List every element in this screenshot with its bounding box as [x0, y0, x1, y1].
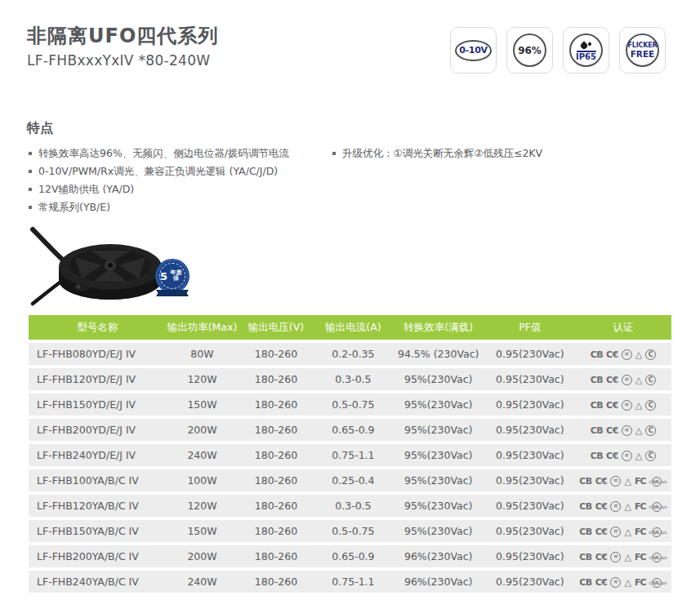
cell-pf: 0.95(230Vac): [485, 444, 575, 466]
ul-mark-part: UL: [652, 477, 662, 487]
rcm-cert-icon: △: [635, 350, 642, 359]
ul-mark-part: UL: [652, 553, 662, 562]
table-row: LF-FHB200YA/B/C IV200W180-2600.65-0.996%…: [29, 545, 671, 567]
cell-voltage: 180-260: [238, 571, 314, 593]
cell-model: LF-FHB120YD/E/J IV: [29, 368, 167, 390]
rcm-cert-icon: △: [635, 376, 642, 385]
cell-certifications: CBC€≋△C: [575, 393, 671, 416]
cell-voltage: 180-260: [238, 444, 314, 466]
ce-cert-icon: C€: [595, 501, 608, 512]
cb-cert-icon: CB: [579, 577, 591, 588]
cell-power: 200W: [167, 545, 238, 567]
cert-icon-group: CBC€≋△FCcULus: [579, 527, 667, 537]
cell-model: LF-FHB080YD/E/J IV: [29, 343, 167, 365]
warranty-badge: 5年质保: [154, 260, 190, 296]
column-header: 输出电流(A): [314, 315, 391, 340]
cert-icon-group: CBC€≋△C: [591, 451, 657, 461]
ce-cert-icon: C€: [606, 375, 618, 385]
cb-cert-icon: CB: [591, 451, 603, 461]
badge-ip65: IP65: [563, 27, 609, 73]
cb-cert-icon: CB: [591, 425, 603, 436]
feature-text: 常规系列(YB/E): [38, 201, 110, 214]
feature-item: 12V辅助供电 (YA/D): [29, 183, 332, 196]
cell-power: 150W: [167, 520, 238, 542]
ce-cert-icon: C€: [595, 476, 608, 487]
cul-us-cert-icon: cULus: [649, 502, 667, 512]
emc-cert-icon: ≋: [610, 552, 621, 562]
rcm-cert-icon: △: [635, 426, 642, 435]
ul-mark-part: UL: [652, 578, 662, 588]
ccc-cert-icon: C: [645, 400, 656, 411]
cell-efficiency: 94.5% (230Vac): [392, 343, 485, 365]
spec-table-header-row: 型号名称输出功率(Max)输出电压(V)输出电流(A)转换效率(满载)PF值认证: [29, 315, 671, 340]
cert-icon-group: CBC€≋△C: [591, 375, 657, 385]
cert-icon-group: CBC€≋△FCcULus: [579, 476, 667, 487]
fcc-cert-icon: FC: [635, 501, 646, 512]
emc-cert-icon: ≋: [610, 527, 621, 537]
cell-current: 0.3-0.5: [314, 368, 391, 390]
cell-pf: 0.95(230Vac): [485, 495, 575, 517]
bullet-icon: [29, 188, 32, 191]
cell-current: 0.65-0.9: [314, 545, 391, 567]
flicker-free-icon: FLICKER FREE: [626, 33, 659, 67]
cert-icon-group: CBC€≋△C: [591, 425, 657, 436]
cb-cert-icon: CB: [579, 527, 591, 537]
cell-voltage: 180-260: [238, 520, 314, 542]
emc-cert-icon: ≋: [610, 577, 621, 588]
table-row: LF-FHB200YD/E/J IV200W180-2600.65-0.995%…: [29, 419, 671, 441]
emc-cert-icon: ≋: [622, 451, 632, 461]
ce-cert-icon: C€: [595, 527, 608, 537]
spec-table-body: LF-FHB080YD/E/J IV80W180-2600.2-0.3594.5…: [29, 343, 671, 593]
cell-power: 150W: [167, 393, 238, 416]
cell-voltage: 180-260: [238, 393, 314, 416]
cul-us-cert-icon: cULus: [649, 553, 667, 562]
cb-cert-icon: CB: [591, 349, 603, 360]
feature-text: 12V辅助供电 (YA/D): [38, 183, 134, 196]
features-list-right: 升级优化：①调光关断无余辉②低残压≤2KV: [332, 147, 674, 219]
ul-us-part: us: [662, 580, 667, 585]
cell-model: LF-FHB240YA/B/C IV: [29, 571, 167, 593]
emc-cert-icon: ≋: [622, 400, 632, 411]
rcm-cert-icon: △: [635, 451, 642, 460]
table-row: LF-FHB120YD/E/J IV120W180-2600.3-0.595%(…: [29, 368, 671, 390]
cell-certifications: CBC€≋△C: [575, 343, 671, 365]
page-title: 非隔离UFO四代系列: [27, 23, 218, 49]
cell-efficiency: 95%(230Vac): [392, 495, 485, 517]
cell-model: LF-FHB100YA/B/C IV: [29, 469, 167, 491]
cell-certifications: CBC€≋△FCcULus: [575, 520, 671, 542]
cell-power: 240W: [167, 444, 238, 466]
cell-power: 120W: [167, 368, 238, 390]
ccc-cert-icon: C: [645, 375, 656, 385]
rcm-cert-icon: △: [624, 502, 631, 511]
cell-current: 0.2-0.35: [314, 343, 391, 365]
cell-current: 0.5-0.75: [314, 520, 391, 542]
cell-pf: 0.95(230Vac): [485, 545, 575, 567]
emc-cert-icon: ≋: [622, 425, 632, 436]
cell-current: 0.25-0.4: [314, 469, 391, 491]
cb-cert-icon: CB: [591, 375, 603, 385]
emc-cert-icon: ≋: [622, 375, 632, 385]
ccc-cert-icon: C: [645, 349, 656, 360]
badge-0-10v: 0-10V: [450, 27, 497, 73]
table-row: LF-FHB120YA/B/C IV120W180-2600.3-0.595%(…: [29, 495, 671, 517]
ul-us-part: us: [662, 555, 667, 560]
fcc-cert-icon: FC: [635, 476, 646, 487]
cb-cert-icon: CB: [579, 552, 591, 562]
cell-efficiency: 96%(230Vac): [392, 571, 485, 593]
cell-model: LF-FHB200YA/B/C IV: [29, 545, 167, 567]
cell-certifications: CBC€≋△FCcULus: [575, 495, 671, 517]
feature-item: 常规系列(YB/E): [29, 201, 332, 214]
features-section: 转换效率高达96%、无频闪、侧边电位器/拨码调节电流0-10V/PWM/Rx调光…: [29, 147, 674, 219]
column-header: 认证: [575, 315, 671, 340]
cell-current: 0.75-1.1: [314, 444, 391, 466]
table-row: LF-FHB240YA/B/C IV240W180-2600.75-1.196%…: [29, 571, 671, 593]
ce-cert-icon: C€: [595, 552, 608, 562]
cert-icon-group: CBC€≋△FCcULus: [579, 577, 667, 588]
cell-certifications: CBC€≋△C: [575, 368, 671, 390]
water-drop-icon: [581, 40, 591, 49]
cell-certifications: CBC€≋△FCcULus: [575, 545, 671, 567]
feature-text: 转换效率高达96%、无频闪、侧边电位器/拨码调节电流: [38, 147, 289, 160]
emc-cert-icon: ≋: [610, 501, 621, 512]
feature-item: 升级优化：①调光关断无余辉②低残压≤2KV: [332, 147, 674, 160]
cell-voltage: 180-260: [238, 469, 314, 491]
